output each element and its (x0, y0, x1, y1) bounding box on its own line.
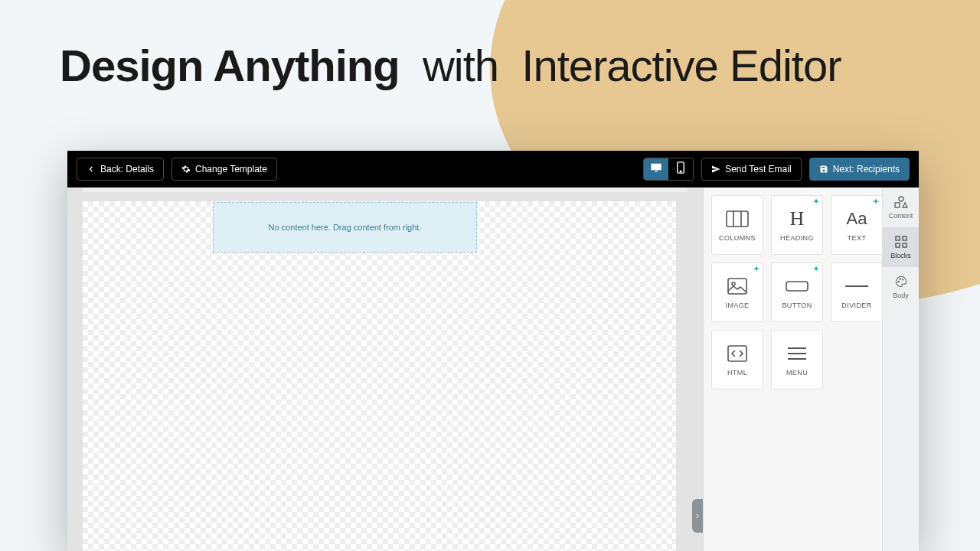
next-button[interactable]: Next: Recipients (809, 158, 910, 181)
hero-title-rest: Interactive Editor (521, 41, 841, 90)
svg-rect-19 (896, 243, 900, 247)
svg-rect-11 (728, 346, 746, 361)
topbar: Back: Details Change Template (67, 151, 919, 187)
block-text[interactable]: Aa TEXT (831, 195, 882, 255)
gear-icon (181, 165, 191, 174)
svg-rect-9 (786, 282, 808, 291)
canvas-ruler (83, 187, 688, 192)
svg-rect-20 (903, 243, 906, 247)
hero-title-with: with (423, 41, 498, 90)
send-icon (711, 165, 720, 174)
svg-rect-4 (727, 211, 748, 227)
svg-point-3 (680, 171, 681, 171)
hero-title-bold: Design Anything (60, 41, 400, 90)
svg-rect-18 (903, 236, 906, 240)
svg-rect-16 (895, 203, 900, 207)
blocks-panel: COLUMNS H HEADING Aa TEXT (704, 187, 882, 551)
canvas-area: No content here. Drag content from right… (67, 187, 703, 551)
device-preview-toggle (643, 158, 694, 181)
menu-icon (788, 343, 806, 364)
panel-collapse-handle[interactable]: › (692, 499, 703, 533)
svg-point-8 (732, 282, 735, 285)
block-html[interactable]: HTML (711, 330, 763, 390)
button-icon (786, 276, 808, 297)
svg-rect-7 (728, 279, 746, 294)
rail-tab-content-label: Content (889, 212, 913, 220)
svg-point-23 (902, 279, 903, 279)
change-template-button[interactable]: Change Template (172, 158, 277, 181)
change-template-label: Change Template (195, 164, 267, 174)
block-divider-label: DIVIDER (841, 302, 871, 309)
block-html-label: HTML (727, 369, 747, 377)
back-button-label: Back: Details (100, 164, 154, 174)
back-button[interactable]: Back: Details (77, 158, 164, 181)
rail-tab-body[interactable]: Body (883, 267, 919, 307)
svg-point-15 (899, 197, 903, 201)
svg-rect-17 (896, 236, 900, 240)
ai-badge-icon (753, 266, 760, 273)
svg-rect-1 (655, 171, 658, 171)
block-menu[interactable]: MENU (771, 330, 823, 390)
block-menu-label: MENU (786, 369, 808, 377)
shapes-icon (894, 196, 908, 210)
rail-tab-body-label: Body (893, 292, 909, 299)
block-divider[interactable]: DIVIDER (831, 262, 882, 322)
workspace: No content here. Drag content from right… (67, 187, 919, 551)
block-button-label: BUTTON (782, 302, 812, 309)
send-test-email-label: Send Test Email (725, 164, 792, 174)
desktop-preview-button[interactable] (644, 158, 668, 180)
block-text-label: TEXT (848, 234, 867, 242)
ai-badge-icon (812, 198, 820, 206)
block-heading-label: HEADING (780, 234, 814, 242)
chevron-right-icon: › (696, 510, 699, 521)
html-icon (727, 343, 747, 364)
text-icon: Aa (847, 208, 867, 230)
right-panel: COLUMNS H HEADING Aa TEXT (703, 187, 919, 551)
desktop-icon (650, 162, 662, 176)
ai-badge-icon (812, 266, 820, 273)
empty-dropzone-text: No content here. Drag content from right… (269, 223, 422, 232)
image-icon (727, 276, 747, 297)
block-button[interactable]: BUTTON (771, 262, 823, 322)
svg-point-22 (900, 279, 900, 279)
mobile-preview-button[interactable] (668, 158, 693, 180)
arrow-left-icon (87, 165, 96, 174)
divider-icon (845, 276, 868, 297)
heading-icon: H (790, 208, 805, 230)
canvas[interactable]: No content here. Drag content from right… (83, 201, 676, 551)
send-test-email-button[interactable]: Send Test Email (701, 158, 802, 181)
next-button-label: Next: Recipients (833, 164, 900, 174)
empty-dropzone[interactable]: No content here. Drag content from right… (213, 202, 477, 253)
block-image[interactable]: IMAGE (711, 262, 763, 322)
ai-badge-icon (872, 198, 880, 206)
hero-title: Design Anything with Interactive Editor (60, 40, 841, 91)
editor-window: Back: Details Change Template (67, 151, 919, 551)
block-columns[interactable]: COLUMNS (711, 195, 763, 255)
block-image-label: IMAGE (725, 302, 749, 309)
grid-icon (895, 236, 907, 249)
rail-tab-blocks[interactable]: Blocks (883, 227, 919, 267)
svg-point-21 (898, 281, 899, 282)
mobile-icon (677, 161, 684, 177)
palette-icon (895, 276, 907, 289)
block-columns-label: COLUMNS (719, 234, 756, 242)
rail-tab-content[interactable]: Content (883, 187, 919, 227)
rail-tab-blocks-label: Blocks (890, 252, 911, 259)
save-icon (819, 165, 828, 174)
block-heading[interactable]: H HEADING (771, 195, 823, 255)
columns-icon (726, 208, 749, 230)
svg-rect-0 (651, 164, 661, 171)
rail-tabs: Content Blocks Body (882, 187, 919, 551)
